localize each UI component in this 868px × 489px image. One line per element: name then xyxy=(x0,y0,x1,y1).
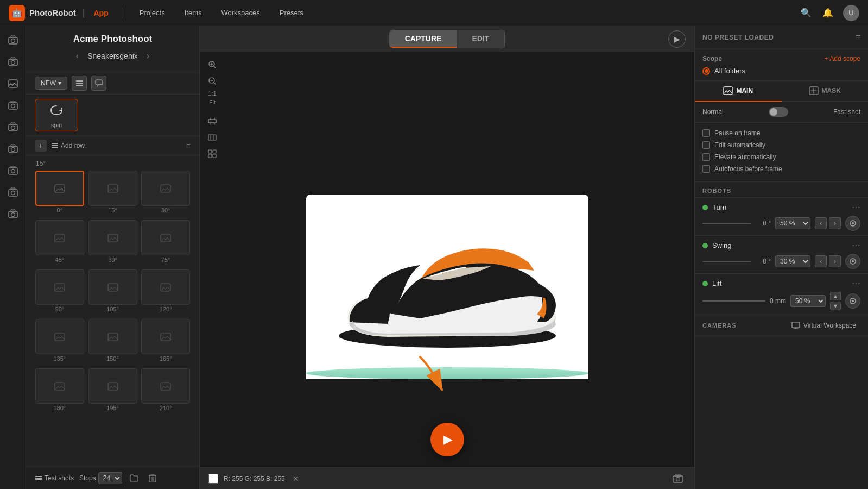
play-round-button[interactable]: ▶ xyxy=(668,30,686,48)
camera-bottom-icon[interactable] xyxy=(670,471,686,486)
stops-select[interactable]: 24 12 36 xyxy=(98,472,122,484)
checkbox-edit: Edit automatically xyxy=(702,139,860,151)
checkbox-autofocus-input[interactable] xyxy=(702,165,710,173)
test-shots-button[interactable]: Test shots xyxy=(35,474,74,482)
checkbox-pause-input[interactable] xyxy=(702,129,710,137)
list-view-button[interactable] xyxy=(72,76,87,91)
thumb-image-60deg[interactable] xyxy=(88,220,137,255)
sidebar-camera-7[interactable] xyxy=(3,183,23,202)
project-title: Acme Photoshoot xyxy=(35,34,191,45)
robot-lift-menu[interactable]: ⋯ xyxy=(852,278,860,289)
folder-icon[interactable] xyxy=(128,472,141,485)
zoom-in-icon[interactable] xyxy=(205,58,219,72)
frame-adjust-icon[interactable] xyxy=(205,114,219,128)
robot-lift-slider[interactable] xyxy=(702,300,765,302)
thumb-image-120deg[interactable] xyxy=(141,269,190,305)
svg-point-75 xyxy=(852,260,854,262)
thumb-image-150deg[interactable] xyxy=(88,319,137,354)
nav-workspaces[interactable]: Workspaces xyxy=(217,7,264,19)
radio-all-folders[interactable] xyxy=(702,67,710,75)
thumb-image-75deg[interactable] xyxy=(141,220,190,255)
spin-item-area: spin xyxy=(26,95,199,136)
play-button[interactable]: ▶ xyxy=(430,423,464,456)
thumb-image-210deg[interactable] xyxy=(141,368,190,404)
robot-turn-menu[interactable]: ⋯ xyxy=(852,202,860,212)
add-scope-button[interactable]: + Add scope xyxy=(825,55,860,62)
robot-turn-prev[interactable]: ‹ xyxy=(815,217,827,229)
new-button[interactable]: NEW ▾ xyxy=(35,77,67,90)
thumb-image-195deg[interactable] xyxy=(88,368,137,404)
expand-icon[interactable]: ≡ xyxy=(186,141,191,150)
nav-presets[interactable]: Presets xyxy=(275,7,308,19)
scope-option-all: All folders xyxy=(702,67,860,75)
spin-item[interactable]: spin xyxy=(35,99,78,131)
thumb-image-15deg[interactable] xyxy=(88,171,137,206)
robot-swing-prev[interactable]: ‹ xyxy=(815,255,827,267)
sidebar-camera-4[interactable] xyxy=(3,117,23,137)
sidebar-camera-6[interactable] xyxy=(3,161,23,180)
thumb-image-45deg[interactable] xyxy=(35,220,84,255)
nav-items[interactable]: Items xyxy=(180,7,206,19)
robot-lift-home[interactable] xyxy=(845,293,860,309)
thumb-image-30deg[interactable] xyxy=(141,171,190,206)
robot-swing-status-dot xyxy=(702,243,708,248)
tab-edit[interactable]: EDIT xyxy=(457,30,504,48)
rp-menu-icon[interactable]: ≡ xyxy=(856,33,860,42)
robot-turn-percent[interactable]: 50 % 30 % 100 % xyxy=(775,217,810,229)
checkbox-elevate-input[interactable] xyxy=(702,153,710,161)
add-plus-icon: + xyxy=(35,140,47,152)
zoom-level-label: 1:1 xyxy=(205,90,219,97)
sidebar-camera-1[interactable] xyxy=(3,30,23,50)
robot-lift-down[interactable]: ▼ xyxy=(830,302,841,310)
nav-projects[interactable]: Projects xyxy=(135,7,169,19)
close-color-button[interactable]: ✕ xyxy=(290,473,301,484)
robot-swing-menu[interactable]: ⋯ xyxy=(852,240,860,250)
trash-icon[interactable] xyxy=(146,472,159,485)
sidebar-camera-5[interactable] xyxy=(3,139,23,159)
robot-swing-home[interactable] xyxy=(845,254,860,269)
robot-turn-home[interactable] xyxy=(845,216,860,231)
play-icon: ▶ xyxy=(443,432,453,447)
search-icon[interactable]: 🔍 xyxy=(800,7,813,20)
thumb-image-180deg[interactable] xyxy=(35,368,84,404)
virtual-workspace-button[interactable]: Virtual Workspace xyxy=(787,319,860,331)
next-shoot-arrow[interactable]: › xyxy=(144,49,151,63)
thumb-cell-75deg: 75° xyxy=(141,220,191,263)
tab-main[interactable]: MAIN xyxy=(695,81,782,102)
robot-lift-value: 0 mm xyxy=(770,297,786,305)
thumb-image-105deg[interactable] xyxy=(88,269,137,305)
comment-button[interactable] xyxy=(91,76,106,91)
svg-rect-53 xyxy=(208,120,216,123)
sidebar-image[interactable] xyxy=(3,74,23,93)
robot-swing-slider-area xyxy=(702,261,751,262)
robot-turn-next[interactable]: › xyxy=(829,217,841,229)
checkbox-edit-input[interactable] xyxy=(702,141,710,149)
robot-swing-slider[interactable] xyxy=(702,261,751,262)
prev-shoot-arrow[interactable]: ‹ xyxy=(74,49,81,63)
robot-lift-up[interactable]: ▲ xyxy=(830,292,841,300)
sidebar-camera-2[interactable] xyxy=(3,52,23,72)
thumb-image-90deg[interactable] xyxy=(35,269,84,305)
normal-fastshot-toggle[interactable] xyxy=(769,107,788,117)
images-strip-icon[interactable] xyxy=(205,130,219,145)
tab-capture[interactable]: CAPTURE xyxy=(390,30,457,48)
robot-swing-next[interactable]: › xyxy=(829,255,841,267)
avatar[interactable]: U xyxy=(843,5,859,21)
thumb-image-165deg[interactable] xyxy=(141,319,190,354)
robot-swing-percent[interactable]: 30 % 50 % 100 % xyxy=(775,255,810,267)
robot-lift-name: Lift xyxy=(712,279,721,287)
bell-icon[interactable]: 🔔 xyxy=(821,7,834,20)
sidebar-camera-8[interactable] xyxy=(3,204,23,224)
svg-rect-28 xyxy=(96,80,102,85)
tab-mask[interactable]: MASK xyxy=(782,81,869,102)
sidebar-camera-3[interactable] xyxy=(3,96,23,115)
zoom-out-icon[interactable] xyxy=(205,74,219,88)
thumb-image-135deg[interactable] xyxy=(35,319,84,354)
robot-lift-percent[interactable]: 50 % 30 % 100 % xyxy=(790,295,826,307)
add-row-button[interactable]: Add row xyxy=(51,142,85,149)
stops-area: Stops 24 12 36 xyxy=(79,472,122,484)
thumb-image-0deg[interactable] xyxy=(35,171,84,206)
grid-view-icon[interactable] xyxy=(205,147,219,161)
robot-turn-slider[interactable] xyxy=(702,223,751,224)
thumb-label-90deg: 90° xyxy=(55,306,65,312)
